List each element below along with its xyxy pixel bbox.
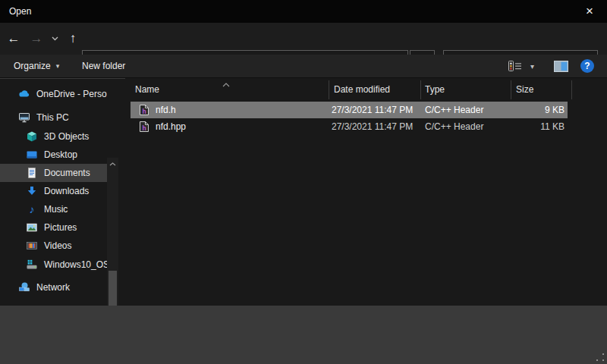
- titlebar: Open ×: [0, 0, 607, 23]
- sidebar-item-videos[interactable]: Videos: [0, 237, 107, 255]
- preview-pane-icon: [554, 61, 568, 72]
- navigation-pane: OneDrive - Persor This PC 3D Objects Des…: [0, 79, 125, 306]
- sidebar-item-label: Music: [44, 204, 68, 215]
- close-button[interactable]: ×: [572, 0, 607, 23]
- sidebar-item-label: Pictures: [44, 222, 77, 233]
- column-divider[interactable]: [571, 80, 572, 99]
- file-date-modified: 27/3/2021 11:47 PM: [332, 105, 413, 115]
- sidebar-item-downloads[interactable]: Downloads: [0, 182, 107, 200]
- sidebar-item-label: Desktop: [44, 149, 77, 160]
- file-name: nfd.h: [156, 105, 176, 115]
- sidebar-item-label: 3D Objects: [44, 131, 89, 142]
- column-divider[interactable]: [329, 80, 329, 99]
- column-header-date-modified[interactable]: Date modified: [334, 84, 390, 95]
- scroll-up-button[interactable]: [107, 158, 118, 170]
- document-icon: [26, 167, 38, 179]
- back-arrow-icon: ←: [8, 31, 20, 46]
- sidebar-item-pictures[interactable]: Pictures: [0, 218, 107, 237]
- help-button[interactable]: ?: [580, 55, 594, 77]
- caret-down-icon: ▾: [530, 62, 534, 71]
- sidebar-item-label: Downloads: [44, 186, 89, 196]
- sidebar-item-onedrive[interactable]: OneDrive - Persor: [0, 85, 107, 103]
- forward-button[interactable]: →: [26, 28, 47, 49]
- file-list: Name Date modified Type Size h nfd.h 27/…: [125, 78, 607, 306]
- drive-icon: [26, 259, 38, 271]
- download-arrow-icon: [26, 185, 38, 197]
- sidebar-item-this-pc[interactable]: This PC: [0, 108, 107, 127]
- monitor-icon: [18, 111, 30, 124]
- desktop-icon: [26, 149, 38, 161]
- caret-down-icon: ▾: [56, 62, 60, 70]
- chevron-up-icon: [109, 162, 116, 166]
- sidebar-item-label: This PC: [36, 112, 69, 123]
- sidebar-item-label: OneDrive - Persor: [36, 89, 107, 99]
- header-file-icon: h: [139, 104, 149, 118]
- file-row-nfd-h[interactable]: h nfd.h 27/3/2021 11:47 PM C/C++ Header …: [125, 102, 607, 118]
- picture-icon: [26, 221, 38, 234]
- help-icon: ?: [580, 59, 594, 73]
- new-folder-button[interactable]: New folder: [82, 55, 125, 77]
- sidebar-item-label: Windows10_OS (: [44, 259, 107, 270]
- sidebar-item-desktop[interactable]: Desktop: [0, 146, 107, 164]
- close-icon: ×: [586, 4, 593, 19]
- header-file-icon: h: [139, 121, 149, 135]
- sidebar-item-3d-objects[interactable]: 3D Objects: [0, 127, 107, 146]
- file-size: 11 KB: [459, 121, 565, 132]
- column-header-size[interactable]: Size: [516, 84, 533, 95]
- svg-text:h: h: [142, 124, 146, 132]
- back-button[interactable]: ←: [3, 28, 24, 49]
- recent-locations-button[interactable]: [47, 28, 62, 49]
- organize-button[interactable]: Organize ▾: [14, 55, 59, 77]
- file-date-modified: 27/3/2021 11:47 PM: [332, 121, 413, 132]
- sidebar-item-music[interactable]: ♪ Music: [0, 200, 107, 218]
- navigation-bar: ← → ↑ « GitHub › nativefiledialog › src …: [0, 23, 607, 55]
- music-note-icon: ♪: [26, 203, 38, 215]
- resize-grip[interactable]: [596, 353, 604, 361]
- column-divider[interactable]: [420, 80, 421, 99]
- organize-label: Organize: [14, 61, 51, 71]
- cube-icon: [26, 130, 38, 143]
- sidebar-item-label: Videos: [44, 240, 71, 251]
- column-header-name[interactable]: Name: [135, 84, 159, 95]
- file-name: nfd.hpp: [156, 121, 186, 132]
- file-size: 9 KB: [459, 105, 565, 115]
- sidebar-item-network[interactable]: Network: [0, 278, 107, 297]
- sidebar-item-label: Network: [36, 282, 70, 293]
- up-button[interactable]: ↑: [62, 28, 83, 49]
- column-header-type[interactable]: Type: [425, 84, 445, 95]
- details-view-icon: [508, 61, 523, 71]
- sidebar-item-label: Documents: [44, 168, 90, 178]
- onedrive-cloud-icon: [18, 88, 30, 100]
- column-divider[interactable]: [511, 80, 511, 99]
- sort-ascending-icon: [222, 79, 230, 89]
- sidebar-item-windows10-os[interactable]: Windows10_OS (: [0, 256, 107, 274]
- up-arrow-icon: ↑: [70, 31, 77, 46]
- window-title: Open: [9, 6, 31, 17]
- open-file-dialog: Open × ← → ↑ « GitHub › nativefiledialog…: [0, 0, 607, 364]
- footer-panel: File name: Headers (*.h;*.hpp) Open Canc…: [0, 306, 607, 364]
- command-toolbar: Organize ▾ New folder ▾ ?: [0, 55, 607, 78]
- chevron-down-icon: [52, 36, 58, 41]
- film-icon: [26, 240, 38, 252]
- file-row-nfd-hpp[interactable]: h nfd.hpp 27/3/2021 11:47 PM C/C++ Heade…: [125, 118, 607, 135]
- preview-pane-button[interactable]: [554, 55, 568, 77]
- view-mode-button[interactable]: [508, 55, 523, 77]
- network-icon: [18, 281, 30, 293]
- sidebar-item-documents[interactable]: Documents: [0, 164, 107, 182]
- svg-text:h: h: [142, 108, 146, 115]
- new-folder-label: New folder: [82, 61, 125, 71]
- view-mode-dropdown[interactable]: ▾: [530, 55, 534, 77]
- forward-arrow-icon: →: [30, 31, 43, 46]
